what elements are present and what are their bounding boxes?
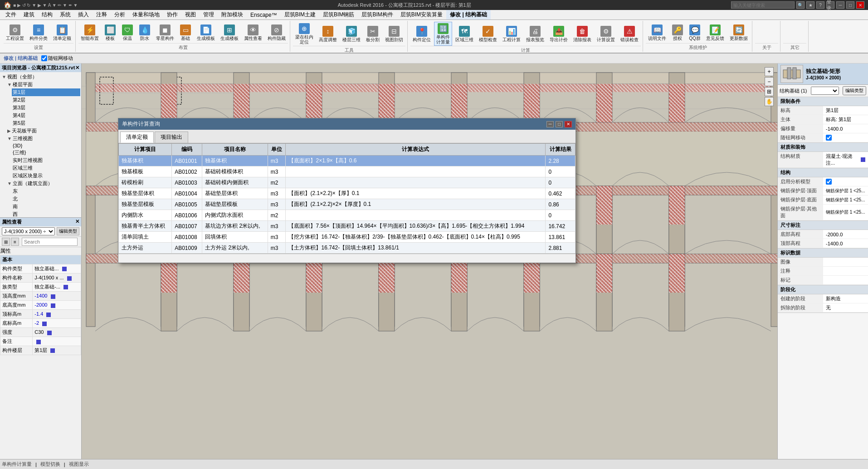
ribbon-btn-floor-3d[interactable]: 🧊 楼层三维 <box>340 24 363 44</box>
ribbon-btn-floor[interactable]: ⬜ 楼板 <box>102 23 118 42</box>
close-btn[interactable]: ✕ <box>856 1 864 9</box>
ribbon-btn-foundation[interactable]: ▭ 基础 <box>177 23 194 42</box>
edit-type-btn[interactable]: 编辑类型 <box>843 86 866 95</box>
menu-analyze[interactable]: 分析 <box>111 10 129 20</box>
tree-item-elevation[interactable]: ▼ 立面（建筑立面） <box>6 180 80 187</box>
dimension-header[interactable]: 尺寸标注 <box>778 221 868 230</box>
ribbon-btn-waterproof[interactable]: 💧 防水 <box>137 23 153 42</box>
menu-structure[interactable]: 结构 <box>38 10 56 20</box>
tree-item-west[interactable]: 西 <box>12 210 80 217</box>
restriction-header[interactable]: 限制条件 <box>778 97 868 106</box>
ribbon-btn-view-cut[interactable]: ⊟ 视图剖切 <box>383 24 405 44</box>
calc-row-2[interactable]: 砖模粉刷 AB01003 基础砖模内侧面积 m2 0 <box>119 177 575 188</box>
phase-header[interactable]: 阶段化 <box>778 285 868 294</box>
menu-enscape[interactable]: Enscape™ <box>247 11 281 19</box>
search-input-title[interactable] <box>731 1 795 9</box>
ribbon-btn-smart-layout[interactable]: ⚡ 智能布置 <box>78 23 101 42</box>
tree-item-floor-2[interactable]: 第2层 <box>12 96 80 104</box>
ribbon-btn-export[interactable]: 📤 导出计价 <box>547 24 570 44</box>
random-move-checkbox[interactable] <box>41 55 47 61</box>
ribbon-btn-beam-locate[interactable]: ⊕ 梁在柱内定位 <box>293 22 316 46</box>
ribbon-btn-gen-floor[interactable]: ⊞ 生成楼板 <box>218 23 241 42</box>
ribbon-btn-height-adjust[interactable]: ↕ 高度调整 <box>317 24 339 44</box>
login-btn[interactable]: 登录 <box>826 1 834 9</box>
tree-item-floor-4[interactable]: 第4层 <box>12 112 80 119</box>
ribbon-btn-calc-settings[interactable]: ⚙ 计算设置 <box>595 24 617 44</box>
fit-view-btn[interactable]: ⊞ <box>765 87 774 96</box>
material-header[interactable]: 材质和装饰 <box>778 143 868 152</box>
calc-row-8[interactable]: 土方外运 AB01009 土方外运 2米以内, m3 【土方体积】16.742-… <box>119 243 575 254</box>
tree-item-3d-three[interactable]: {三维} <box>12 149 80 156</box>
menu-architecture[interactable]: 建筑 <box>20 10 38 20</box>
identity-header[interactable]: 标识数据 <box>778 249 868 258</box>
menu-massing[interactable]: 体量和场地 <box>129 10 163 20</box>
menu-bim-component[interactable]: 层筑BIM构件 <box>358 10 396 20</box>
calc-row-7[interactable]: 清单回填土 AB01008 回填体积 m3 【挖方体积】16.742-【独基体积… <box>119 232 575 243</box>
props-search-input[interactable] <box>22 238 78 246</box>
menu-bim-mep[interactable]: 层筑BIM安装算量 <box>397 10 446 20</box>
canvas-area[interactable]: 1999.9 <box>82 64 777 459</box>
ribbon-btn-region-3d[interactable]: 🗺 区域三维 <box>453 24 476 44</box>
calc-row-4[interactable]: 独基垫层模板 AB01005 基础垫层模板 m3 【面积】(2.1×2.2)×2… <box>119 199 575 210</box>
menu-annotate[interactable]: 注释 <box>93 10 111 20</box>
props-grid-icon[interactable]: ⊞ <box>2 238 10 246</box>
tree-item-south[interactable]: 南 <box>12 203 80 210</box>
ribbon-btn-quota[interactable]: 📋 清单定额 <box>51 23 73 42</box>
ribbon-btn-hide[interactable]: ⊘ 构件隐藏 <box>265 23 288 42</box>
grid-move-checkbox[interactable] <box>826 135 832 141</box>
structure-header[interactable]: 结构 <box>778 168 868 177</box>
tree-item-north[interactable]: 北 <box>12 195 80 203</box>
ribbon-btn-attr-view[interactable]: 👁 属性查看 <box>242 23 264 42</box>
project-browser-close[interactable]: ✕ <box>75 65 79 71</box>
search-icon-btn[interactable]: 🔍 <box>796 1 805 9</box>
tree-item-3d-live[interactable]: 实时三维视图 <box>12 156 80 164</box>
calc-dialog-min[interactable]: ─ <box>546 121 554 127</box>
ribbon-btn-docs[interactable]: 📖 说明文件 <box>646 23 668 42</box>
ribbon-btn-slab-divide[interactable]: ✂ 板分割 <box>364 24 382 44</box>
tree-item-3dviews[interactable]: ▼ 三维视图 <box>6 135 80 142</box>
ribbon-btn-auth[interactable]: 🔑 授权 <box>669 23 686 42</box>
tree-item-3d-default[interactable]: {3D} <box>12 142 80 149</box>
ribbon-btn-feedback[interactable]: 📝 意见反馈 <box>704 23 727 42</box>
menu-file[interactable]: 文件 <box>2 10 20 20</box>
help-icon-btn[interactable]: ? <box>816 1 824 9</box>
tree-item-floor-1[interactable]: 第1层 <box>12 88 80 96</box>
tree-item-ceiling[interactable]: ▶ 天花板平面 <box>6 127 80 135</box>
menu-manage[interactable]: 管理 <box>200 10 218 20</box>
tree-item-floor-5[interactable]: 第5层 <box>12 119 80 127</box>
menu-addins[interactable]: 附加模块 <box>218 10 247 20</box>
tree-item-views[interactable]: ▼ 视图（全部） <box>1 73 80 81</box>
instance-select[interactable] <box>811 87 839 95</box>
menu-bim-civil[interactable]: 层筑BIM土建 <box>281 10 319 20</box>
ribbon-btn-misc[interactable]: ◼ 零星构件 <box>154 23 176 42</box>
star-icon-btn[interactable]: ★ <box>806 1 814 9</box>
props-edit-type-btn[interactable]: 编辑类型 <box>57 227 79 235</box>
calc-tab-output[interactable]: 项目输出 <box>155 132 188 143</box>
props-list-icon[interactable]: ≡ <box>11 238 19 246</box>
zoom-in-btn[interactable]: + <box>765 67 774 76</box>
ribbon-btn-update[interactable]: 🔄 更新数据 <box>727 23 750 42</box>
ribbon-btn-project-settings[interactable]: ⚙ 工程设置 <box>4 23 26 42</box>
ribbon-btn-component-locate[interactable]: 📍 构件定位 <box>410 24 433 44</box>
calc-row-3[interactable]: 独基垫层体积 AB01004 基础垫层体积 m3 【面积】(2.1×2.2)×【… <box>119 188 575 199</box>
calc-dialog-max[interactable]: □ <box>556 121 563 127</box>
ribbon-btn-qq[interactable]: 💬 QQ群 <box>687 23 703 42</box>
calc-row-0[interactable]: 独基体积 AB01001 独基体积 m3 【底面积】2×1.9×【高】0.6 2… <box>119 156 575 166</box>
menu-bim-rebar[interactable]: 层筑BIM钢筋 <box>319 10 358 20</box>
ribbon-btn-model-check[interactable]: ✓ 模型检查 <box>477 24 499 44</box>
calc-row-1[interactable]: 独基模板 AB01002 基础砖模模体积 m3 0 <box>119 166 575 177</box>
calc-dialog[interactable]: 单构件计算查询 ─ □ ✕ 清单定额 项目输出 计算项目 <box>118 118 576 263</box>
menu-system[interactable]: 系统 <box>56 10 74 20</box>
pan-btn[interactable]: ✋ <box>765 97 774 106</box>
maximize-btn[interactable]: □ <box>846 1 854 9</box>
tree-item-east[interactable]: 东 <box>12 187 80 195</box>
calc-tab-quota[interactable]: 清单定额 <box>120 132 154 143</box>
analysis-checkbox[interactable] <box>826 179 832 185</box>
ribbon-btn-error-check[interactable]: ⚠ 错误检查 <box>618 24 641 44</box>
menu-collaborate[interactable]: 协作 <box>163 10 181 20</box>
calc-row-6[interactable]: 独基青半土方体积 AB01007 基坑边方体积 2米以内, m3 【底面积】7.… <box>119 221 575 232</box>
calc-dialog-close[interactable]: ✕ <box>565 121 572 127</box>
props-type-select[interactable]: J-4(1900 x 2000) ÷ <box>2 227 55 235</box>
zoom-out-btn[interactable]: − <box>765 77 774 86</box>
tree-item-3d-block[interactable]: 区域区块显示 <box>12 172 80 180</box>
